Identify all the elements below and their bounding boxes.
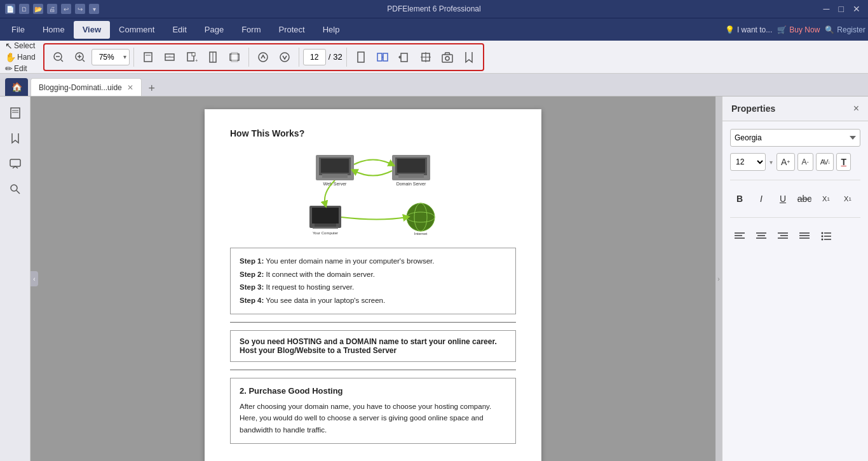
svg-rect-33 — [11, 108, 20, 118]
zoom-dropdown-arrow[interactable]: ▾ — [123, 53, 126, 60]
add-tab-button[interactable]: + — [144, 81, 159, 96]
minimize-button[interactable]: ─ — [821, 4, 832, 14]
step-2: Step 2: It connect with the domain serve… — [240, 268, 506, 281]
split-view-button[interactable] — [372, 47, 393, 67]
scroll-down-button[interactable] — [275, 47, 295, 67]
increase-font-size-button[interactable]: A+ — [776, 153, 795, 171]
properties-close-button[interactable]: × — [853, 103, 859, 114]
svg-text:Your Computer: Your Computer — [313, 231, 338, 235]
svg-text:Internet: Internet — [414, 232, 428, 236]
section-2-title: 2. Purchase Good Hosting — [240, 386, 506, 396]
svg-point-20 — [259, 53, 268, 62]
superscript-button[interactable]: X1 — [817, 189, 836, 208]
svg-text:↔: ↔ — [168, 54, 171, 58]
svg-rect-42 — [322, 174, 348, 178]
font-size-select[interactable]: 12 891011 14161820 — [730, 153, 766, 171]
properties-header: Properties × — [722, 97, 868, 121]
open-icon[interactable]: 📂 — [33, 4, 43, 14]
page-number-input[interactable] — [303, 49, 326, 65]
undo-icon[interactable]: ↩ — [61, 4, 71, 14]
left-panel-collapse[interactable]: ‹ — [31, 271, 38, 286]
align-center-button[interactable] — [752, 227, 771, 246]
text-color-button[interactable]: T — [836, 153, 851, 171]
blank-page-button[interactable] — [351, 47, 371, 67]
new-icon[interactable]: 🗋 — [19, 4, 29, 14]
svg-line-38 — [17, 190, 20, 194]
align-left-button[interactable] — [730, 227, 749, 246]
right-panel-collapse[interactable]: › — [715, 97, 722, 461]
title-bar: 📄 🗋 📂 🖨 ↩ ↪ ▾ PDFElement 6 Professional … — [0, 0, 868, 18]
properties-body: Georgia Arial Times New Roman Helvetica … — [722, 121, 868, 253]
tracking-button[interactable]: AV↓ — [816, 153, 834, 171]
redo-icon[interactable]: ↪ — [75, 4, 85, 14]
svg-rect-47 — [398, 174, 424, 178]
align-right-button[interactable] — [773, 227, 792, 246]
document-tab[interactable]: Blogging-Dominati...uide ✕ — [31, 78, 142, 96]
close-button[interactable]: ✕ — [850, 4, 863, 14]
customize-icon[interactable]: ▾ — [89, 4, 99, 14]
add-page-button[interactable]: + — [181, 47, 201, 67]
step-1: Step 1: You enter domain name in your co… — [240, 255, 506, 268]
rotate-left-button[interactable] — [394, 47, 414, 67]
bookmarks-panel-button[interactable] — [4, 127, 27, 150]
menu-edit[interactable]: Edit — [163, 21, 195, 39]
font-family-select[interactable]: Georgia Arial Times New Roman Helvetica — [730, 129, 860, 147]
content-area: How This Works? Web Server Domain Server — [31, 97, 715, 461]
separator-2 — [248, 48, 249, 67]
menu-bar: File Home View Comment Edit Page Form Pr… — [0, 18, 868, 41]
svg-rect-22 — [358, 52, 364, 62]
zoom-in-button[interactable] — [70, 47, 90, 67]
app-title: PDFElement 6 Professional — [387, 4, 480, 13]
hosting-text-2: Host your Blog/Website to a Trusted Serv… — [240, 346, 506, 355]
underline-button[interactable]: U — [773, 189, 792, 208]
svg-rect-51 — [315, 224, 336, 227]
toolbar: ↖ Select ✋ Hand ✏ Edit 75% ▾ ↔ — [0, 41, 868, 74]
buy-now-button[interactable]: 🛒 Buy Now — [777, 25, 820, 34]
menu-file[interactable]: File — [3, 21, 34, 39]
scroll-up-button[interactable] — [253, 47, 273, 67]
steps-box: Step 1: You enter domain name in your co… — [230, 248, 516, 314]
svg-point-73 — [822, 236, 824, 237]
separator-3 — [299, 48, 299, 67]
decrease-font-size-button[interactable]: A- — [797, 153, 813, 171]
comments-panel-button[interactable] — [4, 152, 27, 175]
crosshair-button[interactable] — [416, 47, 436, 67]
zoom-select[interactable]: 75% ▾ — [92, 49, 130, 65]
fit-page-button[interactable] — [138, 47, 158, 67]
app-icon: 📄 — [5, 4, 15, 14]
snapshot-button[interactable] — [437, 47, 458, 67]
i-want-to[interactable]: 💡 I want to... — [725, 25, 772, 34]
svg-rect-23 — [377, 53, 382, 61]
zoom-input-field[interactable]: 75% — [95, 53, 119, 62]
svg-line-6 — [83, 60, 85, 62]
italic-button[interactable]: I — [752, 189, 771, 208]
page-thumbnails-button[interactable] — [4, 102, 27, 124]
menu-view[interactable]: View — [74, 21, 110, 39]
subscript-button[interactable]: X1 — [838, 189, 857, 208]
fullscreen-button[interactable] — [224, 47, 245, 67]
props-divider-1 — [730, 180, 860, 180]
tab-close-button[interactable]: ✕ — [127, 83, 133, 92]
maximize-button[interactable]: □ — [836, 4, 846, 14]
menu-help[interactable]: Help — [314, 21, 349, 39]
zoom-out-button[interactable] — [48, 47, 69, 67]
properties-panel: Properties × Georgia Arial Times New Rom… — [722, 97, 868, 461]
search-panel-button[interactable] — [4, 178, 27, 201]
strikethrough-button[interactable]: abc — [795, 189, 814, 208]
menu-comment[interactable]: Comment — [110, 21, 163, 39]
print-icon[interactable]: 🖨 — [47, 4, 57, 14]
menu-page[interactable]: Page — [196, 21, 233, 39]
justify-button[interactable] — [795, 227, 814, 246]
fit-height-button[interactable] — [203, 47, 223, 67]
bold-button[interactable]: B — [730, 189, 749, 208]
list-button[interactable] — [817, 227, 836, 246]
menu-right: 💡 I want to... 🛒 Buy Now 🔍 Register — [725, 25, 865, 34]
register-button[interactable]: 🔍 Register — [825, 25, 865, 34]
fit-width-button[interactable]: ↔ — [159, 47, 180, 67]
menu-protect[interactable]: Protect — [270, 21, 314, 39]
menu-home[interactable]: Home — [34, 21, 74, 39]
home-tab[interactable]: 🏠 — [5, 78, 28, 96]
svg-point-32 — [445, 57, 449, 60]
menu-form[interactable]: Form — [233, 21, 269, 39]
bookmark-button[interactable] — [459, 47, 479, 67]
